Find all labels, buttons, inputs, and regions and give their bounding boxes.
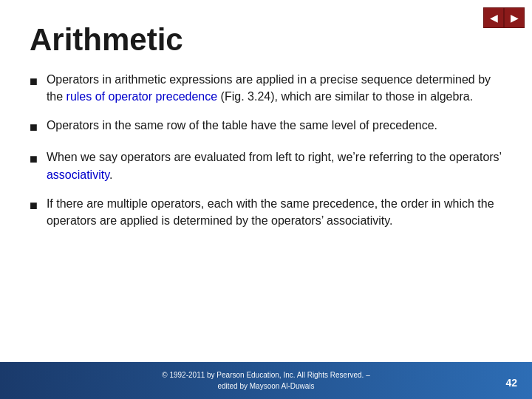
prev-button[interactable]: ◀ (483, 7, 504, 28)
next-icon: ▶ (511, 12, 519, 24)
footer-line2: edited by Maysoon Al-Duwais (217, 382, 314, 390)
link-associativity: associativity (47, 168, 109, 181)
bullet-item-4: ■ If there are multiple operators, each … (30, 195, 502, 229)
bullet-arrow-4: ■ (30, 196, 38, 215)
bullet-text-3: When we say operators are evaluated from… (47, 149, 502, 183)
bullet-arrow-2: ■ (30, 117, 38, 137)
link-rules-of-operator-precedence: rules of operator precedence (66, 90, 218, 103)
nav-buttons: ◀ ▶ (483, 7, 525, 28)
bullet-text-4: If there are multiple operators, each wi… (47, 195, 502, 229)
prev-icon: ◀ (490, 12, 498, 24)
slide: ◀ ▶ Arithmetic ■ Operators in arithmetic… (0, 0, 532, 399)
bullet-item-1: ■ Operators in arithmetic expressions ar… (30, 71, 502, 105)
bullet-text-1: Operators in arithmetic expressions are … (47, 71, 502, 105)
bullet-list: ■ Operators in arithmetic expressions ar… (30, 71, 502, 229)
bullet-item-2: ■ Operators in the same row of the table… (30, 117, 502, 137)
next-button[interactable]: ▶ (504, 7, 525, 28)
slide-title: Arithmetic (30, 22, 502, 58)
page-number: 42 (505, 377, 517, 389)
bullet-arrow-1: ■ (30, 72, 38, 91)
bottom-bar: © 1992-2011 by Pearson Education, Inc. A… (0, 362, 532, 399)
bullet-arrow-3: ■ (30, 149, 38, 168)
footer-line1: © 1992-2011 by Pearson Education, Inc. A… (162, 371, 369, 379)
bullet-item-3: ■ When we say operators are evaluated fr… (30, 149, 502, 183)
bullet-text-2: Operators in the same row of the table h… (47, 117, 502, 134)
footer-text: © 1992-2011 by Pearson Education, Inc. A… (162, 369, 369, 392)
